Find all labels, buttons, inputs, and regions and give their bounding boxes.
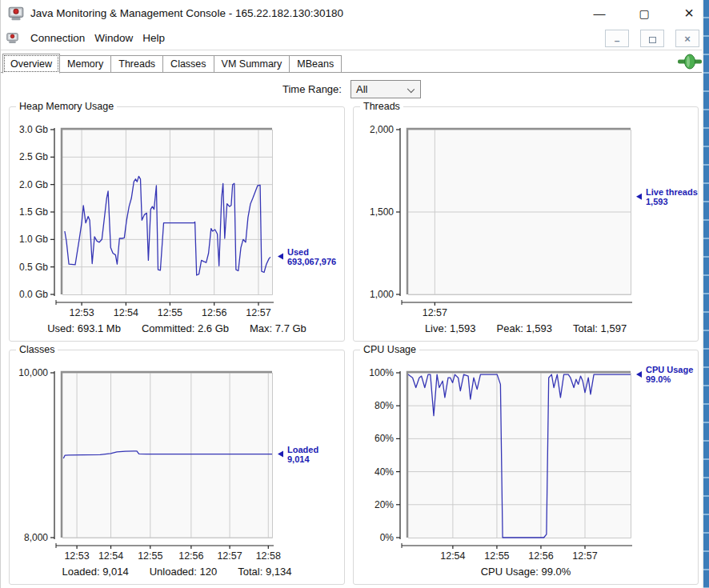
legend-arrow-icon [636, 194, 642, 200]
legend-text: Loaded9,014 [287, 445, 318, 464]
x-axis-label: 12:57 [217, 550, 242, 562]
app-icon [7, 5, 25, 22]
chevron-down-icon [407, 86, 415, 93]
maximize-button[interactable]: ▢ [635, 7, 653, 20]
threads-panel: Threads 2,0001,5001,00012:57Live threads… [353, 106, 699, 342]
y-axis-label: 3.0 Gb [19, 124, 48, 135]
window-title: Java Monitoring & Management Console - 1… [30, 7, 343, 19]
panel-title: Threads [360, 101, 403, 112]
classes-panel: Classes 10,0008,00012:5312:5412:5512:561… [9, 350, 345, 585]
title-bar: Java Monitoring & Management Console - 1… [1, 0, 709, 26]
minimize-button[interactable]: — [591, 6, 608, 20]
stat-item: CPU Usage: 99.0% [481, 566, 571, 578]
threads-stats: Live: 1,593Peak: 1,593Total: 1,597 [354, 322, 698, 334]
y-axis-label: 20% [375, 499, 394, 510]
tab-classes[interactable]: Classes [162, 55, 214, 73]
menu-window[interactable]: Window [90, 30, 138, 46]
x-axis-label: 12:54 [98, 550, 123, 562]
y-axis-label: 60% [375, 433, 394, 444]
overview-tab-content: Time Range: All Heap Memory Usage 3.0 Gb… [1, 73, 709, 588]
tab-threads[interactable]: Threads [110, 55, 163, 73]
legend-text: Used693,067,976 [287, 247, 336, 266]
x-axis-label: 12:56 [178, 550, 203, 562]
panel-title: Classes [16, 344, 58, 355]
stat-item: Max: 7.7 Gb [250, 322, 306, 334]
x-axis-label: 12:57 [572, 550, 597, 562]
threads-chart: 2,0001,5001,00012:57Live threads1,593 [355, 115, 696, 317]
threads-plot-svg: 2,0001,5001,00012:57Live threads1,593 [355, 115, 696, 317]
time-range-row: Time Range: All [1, 80, 709, 99]
y-axis-label: 1.0 Gb [19, 234, 48, 245]
stat-item: Total: 1,597 [573, 322, 627, 334]
menu-bar: Connection Window Help – × [1, 26, 709, 50]
y-axis-label: 10,000 [18, 367, 48, 378]
heap-memory-panel: Heap Memory Usage 3.0 Gb2.5 Gb2.0 Gb1.5 … [9, 106, 345, 342]
close-button[interactable]: × [680, 4, 698, 22]
y-axis-label: 40% [375, 466, 394, 478]
cpu-plot-svg: 100%80%60%40%20%0%12:5412:5512:5612:57CP… [355, 358, 696, 560]
connection-status-icon[interactable] [677, 53, 703, 70]
x-axis-label: 12:53 [69, 307, 94, 318]
heap-stats: Used: 693.1 MbCommitted: 2.6 GbMax: 7.7 … [10, 322, 344, 334]
right-scrollbar-strip[interactable] [703, 0, 709, 588]
x-axis-label: 12:54 [440, 550, 465, 562]
frame-minimize-button[interactable]: – [605, 30, 629, 47]
time-range-label: Time Range: [282, 83, 342, 95]
y-axis-label: 2.0 Gb [19, 179, 48, 190]
y-axis-label: 0.0 Gb [19, 289, 48, 300]
y-axis-label: 2,000 [370, 124, 394, 135]
y-axis-label: 100% [369, 367, 394, 378]
tab-bar: OverviewMemoryThreadsClassesVM SummaryMB… [1, 51, 709, 73]
frame-close-button[interactable]: × [675, 30, 699, 47]
classes-chart: 10,0008,00012:5312:5412:5512:5612:5712:5… [11, 358, 342, 560]
y-axis-label: 0.5 Gb [19, 262, 48, 273]
cpu-stats: CPU Usage: 99.0% [354, 566, 698, 578]
y-axis-label: 1.5 Gb [19, 206, 48, 218]
y-axis-label: 0% [380, 532, 395, 543]
y-axis-label: 1,000 [370, 289, 394, 300]
frame-icon [6, 31, 19, 45]
jconsole-window: Java Monitoring & Management Console - 1… [0, 0, 709, 588]
menu-help[interactable]: Help [138, 30, 170, 46]
panel-title: Heap Memory Usage [16, 101, 117, 112]
legend-text: CPU Usage99.0% [646, 365, 693, 384]
classes-plot-svg: 10,0008,00012:5312:5412:5512:5612:5712:5… [11, 358, 342, 560]
x-axis-label: 12:55 [138, 550, 162, 562]
stat-item: Total: 9,134 [238, 566, 291, 578]
frame-close-icon: × [684, 33, 691, 45]
x-axis-label: 12:57 [423, 307, 447, 318]
frame-minimize-icon: – [615, 35, 620, 46]
y-axis-label: 80% [375, 400, 394, 411]
legend-arrow-icon [278, 451, 283, 458]
x-axis-label: 12:57 [246, 307, 270, 318]
tab-mbeans[interactable]: MBeans [289, 55, 342, 73]
stat-item: Unloaded: 120 [150, 566, 218, 578]
y-axis-label: 2.5 Gb [19, 151, 48, 162]
legend-arrow-icon [636, 371, 642, 378]
time-range-select[interactable]: All [350, 80, 421, 98]
menu-connection[interactable]: Connection [26, 30, 90, 46]
time-range-value: All [356, 83, 367, 95]
x-axis-label: 12:56 [528, 550, 553, 562]
frame-restore-button[interactable] [640, 30, 664, 47]
panel-title: CPU Usage [360, 344, 419, 355]
heap-chart: 3.0 Gb2.5 Gb2.0 Gb1.5 Gb1.0 Gb0.5 Gb0.0 … [11, 115, 342, 317]
tab-overview[interactable]: Overview [2, 54, 60, 74]
stat-item: Peak: 1,593 [497, 322, 552, 334]
stat-item: Loaded: 9,014 [62, 566, 129, 578]
stat-item: Committed: 2.6 Gb [142, 322, 229, 334]
x-axis-label: 12:53 [64, 550, 89, 562]
cpu-chart: 100%80%60%40%20%0%12:5412:5512:5612:57CP… [355, 358, 696, 560]
tab-memory[interactable]: Memory [59, 55, 111, 73]
y-axis-label: 1,500 [370, 206, 394, 218]
y-axis-label: 8,000 [24, 532, 48, 543]
legend-arrow-icon [278, 254, 283, 260]
legend-text: Live threads1,593 [646, 187, 698, 206]
frame-restore-icon [649, 37, 656, 43]
tab-vm-summary[interactable]: VM Summary [214, 55, 290, 73]
x-axis-label: 12:54 [114, 307, 138, 318]
x-axis-label: 12:55 [158, 307, 182, 318]
stat-item: Used: 693.1 Mb [47, 322, 121, 334]
classes-stats: Loaded: 9,014Unloaded: 120Total: 9,134 [10, 566, 344, 578]
x-axis-label: 12:56 [202, 307, 226, 318]
